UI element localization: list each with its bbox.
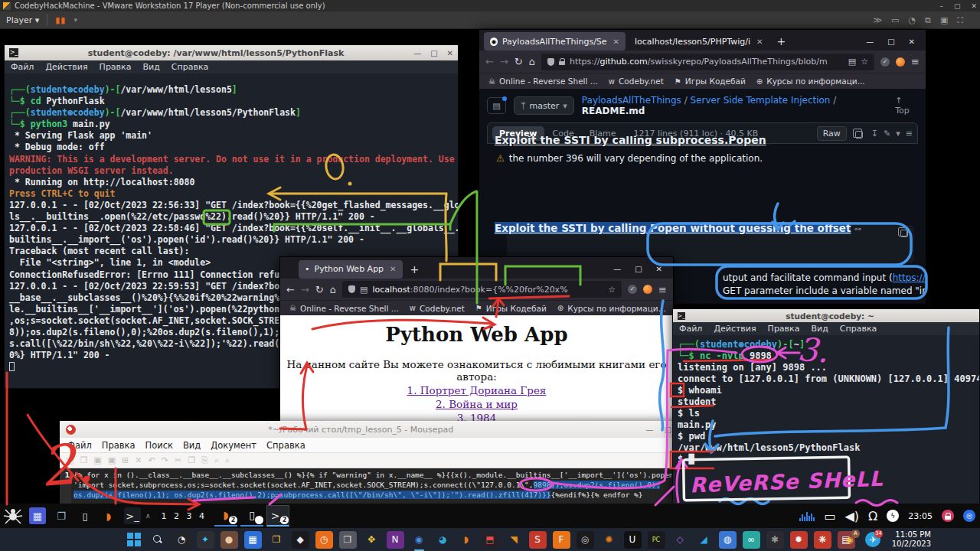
speedtest-icon[interactable]: ◔	[173, 531, 191, 549]
book-link[interactable]: 1. Портрет Дориана Грея	[280, 384, 673, 396]
menu-item[interactable]: Действия	[45, 62, 87, 72]
panel-expand-icon[interactable]: ∧	[145, 512, 151, 520]
menu-item[interactable]: Справка	[840, 324, 877, 334]
hamburger-menu-icon[interactable]: ≡	[911, 56, 920, 67]
open-window-button[interactable]: ▯	[240, 505, 263, 527]
open-window-button[interactable]: ◗ 2	[214, 505, 237, 527]
menu-item[interactable]: Файл	[11, 62, 34, 72]
pycharm-icon[interactable]: PC	[648, 531, 665, 549]
vmware-device-icon[interactable]: ⛶	[957, 15, 963, 25]
menu-item[interactable]: Документ	[211, 440, 256, 451]
twitter-link[interactable]: https://twitter.com/SecGus	[893, 272, 926, 283]
menu-item[interactable]: Вид	[183, 440, 201, 451]
file-manager-icon[interactable]: ❐	[53, 507, 70, 524]
terminal-icon[interactable]: >_	[124, 507, 141, 524]
url-bar[interactable]: https://github.com/swisskyrepo/PayloadsA…	[541, 54, 874, 70]
vmware-minimize-button[interactable]: –	[939, 2, 943, 10]
bookmark-item[interactable]: ⚑ Игры Кодебай	[475, 304, 547, 313]
back-button[interactable]: ←	[286, 284, 295, 295]
close-button[interactable]: ✕	[909, 37, 915, 46]
firefox-icon[interactable]: ◗	[458, 531, 475, 549]
bell-icon[interactable]: Ω	[868, 509, 877, 523]
bookmark-item[interactable]: ☠ Online - Reverse Shell ...	[289, 304, 399, 313]
menu-item[interactable]: Справка	[266, 440, 305, 451]
forward-button[interactable]: →	[301, 284, 309, 295]
reload-button[interactable]: ↻	[514, 56, 523, 67]
minimize-button[interactable]: —	[646, 425, 654, 434]
volume-icon[interactable]: ◀)	[845, 509, 860, 523]
chrome-icon[interactable]: ◉	[410, 531, 428, 549]
toolbar-icon[interactable]: ❐	[188, 455, 195, 465]
windows-clock[interactable]: 11:05 PM 10/2/2023	[892, 528, 931, 551]
player-menu[interactable]: Player ▾	[6, 15, 39, 25]
search-button[interactable]	[149, 531, 167, 549]
bookmark-item[interactable]: ⊕ Курсы по информаци...	[756, 77, 865, 86]
toolbar-icon[interactable]: ▣	[93, 455, 101, 465]
toolbar-icon[interactable]: ⎘	[201, 455, 208, 465]
tab-close-icon[interactable]: ✕	[613, 37, 619, 46]
terminal1-titlebar[interactable]: >_ student@codeby: /var/www/html/lesson5…	[5, 45, 458, 60]
bookmark-item[interactable]: w Codeby.net	[609, 77, 664, 86]
screen-target-icon[interactable]: ◎	[963, 510, 975, 522]
vscode-icon[interactable]: ◢	[695, 531, 713, 549]
book-link[interactable]: 2. Война и мир	[280, 398, 673, 410]
toolbar-icon[interactable]: ▢	[66, 455, 74, 465]
flare-icon[interactable]: F	[553, 531, 570, 549]
menu-item[interactable]: Правка	[100, 62, 132, 72]
lock-icon[interactable]	[559, 58, 565, 65]
workspace-switcher[interactable]: 1 2 3 4	[162, 511, 207, 521]
toolbar-icon[interactable]: ✕	[135, 455, 142, 465]
mousepad-editor[interactable]: 1 {% for x in ().__class__.__base__.__su…	[60, 468, 678, 504]
gear-red-icon[interactable]: ✹	[790, 531, 808, 549]
tab-close-icon[interactable]: ✕	[390, 265, 396, 273]
reader-icon[interactable]: ▤	[848, 57, 856, 67]
blender-icon[interactable]: ✺	[600, 531, 618, 549]
edge-icon[interactable]: ◕	[434, 531, 452, 549]
menu-item[interactable]: Файл	[67, 440, 92, 451]
firefox-icon[interactable]: ◗	[100, 507, 117, 524]
breadcrumb-repo-link[interactable]: PayloadsAllTheThings	[582, 95, 681, 106]
tracking-shield-icon[interactable]	[547, 58, 554, 66]
new-tab-button[interactable]: +	[772, 35, 790, 47]
chrome-profile-icon[interactable]: ◉ A	[842, 532, 858, 547]
maximize-button[interactable]: □	[635, 265, 642, 273]
new-tab-button[interactable]: +	[406, 263, 424, 276]
obs-icon[interactable]: ◎	[577, 531, 594, 549]
tab-close-icon[interactable]: ✕	[756, 37, 763, 46]
vmware-device-icon[interactable]: ▣	[940, 15, 948, 25]
toolbar-icon[interactable]: ▣	[108, 455, 116, 465]
home-button[interactable]: ⌂	[330, 284, 336, 295]
bookmark-item[interactable]: ⚑ Игры Кодебай	[675, 77, 746, 86]
tracking-shield-icon[interactable]	[348, 285, 355, 293]
vmware-device-icon[interactable]: ⧉	[925, 15, 931, 25]
tab-payloadsallthethings[interactable]: ◉ PayloadsAllTheThings/Se ✕	[484, 32, 626, 51]
sidebar-toggle-icon[interactable]: ▤	[487, 97, 506, 114]
back-button[interactable]: ←	[485, 56, 494, 67]
toolbar-icon[interactable]: ✂	[175, 455, 181, 465]
toolbar-icon[interactable]: ↷	[162, 455, 168, 465]
unreal-icon[interactable]: U	[624, 531, 642, 549]
section-heading-selected[interactable]: Exploit the SSTI by calling Popen withou…	[495, 222, 851, 234]
vpn-lock-icon[interactable]	[942, 510, 954, 522]
maximize-button[interactable]: □	[665, 425, 671, 434]
reload-button[interactable]: ↻	[315, 284, 324, 295]
codeby-logo-icon[interactable]	[0, 504, 26, 528]
calendar-icon[interactable]: ▦	[244, 531, 262, 549]
maps-icon[interactable]: ◍	[719, 531, 737, 549]
vmware-maximize-button[interactable]: ▢	[954, 2, 961, 10]
arduino-icon[interactable]: ∞	[743, 531, 760, 549]
toolbar-icon[interactable]: ⊞	[122, 455, 129, 465]
vmware-device-icon[interactable]: ◔	[908, 15, 916, 25]
network-tool-icon[interactable]: ✥	[363, 531, 381, 549]
back-to-top-link[interactable]: ↑ Top	[895, 96, 918, 116]
timer-icon[interactable]: ◷	[315, 531, 333, 549]
mousepad-titlebar[interactable]: *~/Рабочий стол/tmp_lesson_5 - Mousepad …	[60, 421, 678, 438]
text-editor-icon[interactable]: ▯	[77, 507, 93, 524]
workspace-pager-icon[interactable]: ▦	[29, 507, 46, 524]
terminal2-titlebar[interactable]: >_ student@codeby: ~	[673, 309, 979, 322]
open-window-button[interactable]: >_ 2	[266, 505, 289, 527]
vmware-device-icon[interactable]: ▭	[891, 15, 899, 25]
tab-localhost-phptwig[interactable]: localhost/lesson5/PHPTwig/i ✕	[629, 32, 769, 51]
pause-vm-button[interactable]: ▮▮	[55, 15, 66, 25]
menu-item[interactable]: Файл	[679, 324, 702, 334]
